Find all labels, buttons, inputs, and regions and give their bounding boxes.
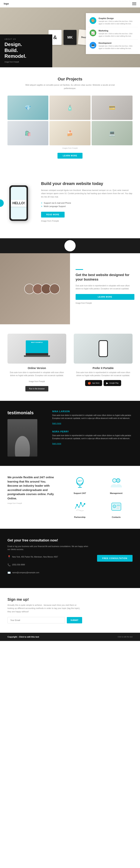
info-image-credit: Image from Freepik xyxy=(7,502,56,504)
contact-info: 📍 New York, 455 Parker Rd. Allentown, Ne… xyxy=(7,555,90,575)
white-circle-accent xyxy=(64,240,76,251)
nina-learn-more[interactable]: learn more xyxy=(52,422,61,424)
project-item-6[interactable]: 💻 xyxy=(92,121,133,145)
info-card-contacts: Contacts xyxy=(100,499,133,519)
development-icon: 💻 xyxy=(90,42,96,49)
project-item-4[interactable]: 🛍️ xyxy=(7,121,48,145)
portable-title: Prefer it Portable xyxy=(74,367,133,370)
svg-point-10 xyxy=(84,503,85,505)
run-in-browser-button[interactable]: Run in the browser xyxy=(25,386,48,392)
best-title: Get the best website designed for your b… xyxy=(76,273,134,282)
dream-title: Build your dream website today xyxy=(41,181,133,186)
management-svg xyxy=(109,475,124,490)
management-illustration xyxy=(109,475,124,490)
development-desc: Sample text. Click to select the text bo… xyxy=(99,45,136,50)
best-learn-more-button[interactable]: LEARN MORE xyxy=(76,294,134,300)
support-illustration: 24/7 xyxy=(72,475,88,490)
cta-title: Get your free consultation now! xyxy=(7,538,90,543)
testimonials-title: testimonials xyxy=(7,410,45,415)
hero-section: & MK Design ABOUT US Design. Build. Remo… xyxy=(0,7,140,67)
marketing-icon: 📈 xyxy=(90,30,96,36)
graphic-design-icon: 🎨 xyxy=(90,17,96,24)
graphic-design-title: Graphic Design xyxy=(99,17,136,20)
development-title: Development xyxy=(99,42,136,44)
service-item-marketing: 📈 Marketing Sample text. Click to select… xyxy=(88,27,138,40)
store-buttons: 🍎 App Store ▶ Google Play xyxy=(74,380,133,386)
online-version-description: Duis aute irure dolor in reprehenderit i… xyxy=(7,371,66,377)
info-section: We provide flexible and 24/7 online lear… xyxy=(0,466,140,529)
phone-screen: HELLO! xyxy=(11,187,27,219)
online-image-credit: Image from Freepik xyxy=(7,380,66,383)
testimonial-face xyxy=(7,419,37,457)
testimonial-nora: NORA PERRY Duis aute irure dolor in repr… xyxy=(52,430,133,445)
project-item-2[interactable]: 🧴 xyxy=(49,96,90,120)
project-item-1[interactable]: 💎 xyxy=(7,96,48,120)
contact-phone: 📞 (555) 556-9999 xyxy=(7,563,90,567)
app-store-button[interactable]: 🍎 App Store xyxy=(85,380,102,386)
android-icon: ▶ xyxy=(106,381,108,384)
nora-name: NORA PERRY xyxy=(52,430,133,433)
best-content: Get the best website designed for your b… xyxy=(70,253,140,324)
team-people xyxy=(24,284,60,294)
info-card-management: Management xyxy=(100,475,133,495)
laptop-image: BEST EXAMPLE xyxy=(7,334,66,364)
best-description: Duis aute irure dolor in reprehenderit i… xyxy=(76,284,134,290)
nina-name: NINA LARSON xyxy=(52,410,133,413)
phone-mockup: HELLO! xyxy=(9,185,28,221)
google-play-label: Google Play xyxy=(109,382,118,384)
info-cards: 24/7 Support 24/7 Management xyxy=(64,475,133,519)
teal-accent-circle xyxy=(0,199,4,207)
dream-phone-area: HELLO! xyxy=(0,185,37,221)
signup-description: Actually this is quite simple to achieve… xyxy=(7,603,82,614)
online-version-card: BEST EXAMPLE Online Version Duis aute ir… xyxy=(7,334,66,392)
graphic-design-desc: Sample text. Click to select the text bo… xyxy=(99,20,136,25)
online-version-title: Online Version xyxy=(7,367,66,370)
best-website-section: Get the best website designed for your b… xyxy=(0,253,140,324)
google-play-button[interactable]: ▶ Google Play xyxy=(104,380,121,386)
cta-content: Get your free consultation now! Email or… xyxy=(7,538,90,579)
features-section: BEST EXAMPLE Online Version Duis aute ir… xyxy=(0,324,140,401)
contact-email: ✉️ name@company@example.com xyxy=(7,570,90,575)
person-4 xyxy=(49,284,60,294)
face-illustration xyxy=(15,436,30,457)
nora-learn-more[interactable]: learn more xyxy=(52,442,61,444)
project-item-5[interactable]: 🍰 xyxy=(49,121,90,145)
signup-email-input[interactable] xyxy=(7,617,65,623)
testimonials-section: testimonials NINA LARSON Duis aute irure… xyxy=(0,401,140,466)
dream-features: Support via E-mail and Phone Multi-Langu… xyxy=(41,201,133,208)
footer-brand: Copyright - Click to edit this text xyxy=(7,636,39,638)
projects-subtitle: Weil aliquet sagittis ut convallis purus… xyxy=(23,84,117,90)
contacts-illustration xyxy=(109,499,124,514)
info-title: We provide flexible and 24/7 online lear… xyxy=(7,475,56,500)
hamburger-menu[interactable] xyxy=(132,2,136,5)
project-item-3[interactable]: 💳 xyxy=(92,96,133,120)
projects-learn-more-button[interactable]: LEARN MORE xyxy=(58,153,82,159)
dream-read-more-button[interactable]: READ MORE xyxy=(41,212,65,218)
signup-section: Sign me up! Actually this is quite simpl… xyxy=(0,588,140,633)
free-consultation-button[interactable]: FREE CONSULTATION xyxy=(97,555,133,562)
project-visual-4: 🛍️ xyxy=(25,130,31,136)
hamburger-line-2 xyxy=(132,4,136,4)
address-text: New York, 455 Parker Rd. Allentown, New … xyxy=(12,556,58,558)
marketing-title: Marketing xyxy=(99,30,136,32)
location-icon: 📍 xyxy=(7,555,11,559)
app-store-label: App Store xyxy=(92,382,100,384)
service-item-graphic: 🎨 Graphic Design Sample text. Click to s… xyxy=(88,15,138,27)
email-icon: ✉️ xyxy=(7,570,11,575)
development-content: Development Sample text. Click to select… xyxy=(99,42,136,50)
teal-accent-bar xyxy=(76,269,83,270)
graphic-design-content: Graphic Design Sample text. Click to sel… xyxy=(99,17,136,25)
dark-divider xyxy=(0,238,140,253)
svg-point-12 xyxy=(113,505,116,508)
projects-grid: 💎 🧴 💳 🛍️ 🍰 💻 xyxy=(7,96,133,145)
service-item-development: 💻 Development Sample text. Click to sele… xyxy=(88,40,138,52)
management-title: Management xyxy=(100,492,133,494)
laptop-content: BEST EXAMPLE xyxy=(26,340,48,344)
signup-submit-button[interactable]: SUBMIT xyxy=(67,617,82,623)
project-visual-3: 💳 xyxy=(109,105,115,111)
svg-point-9 xyxy=(80,502,81,504)
portable-phone-image xyxy=(74,334,133,364)
portable-phone-mockup xyxy=(99,340,108,357)
signup-title: Sign me up! xyxy=(7,597,133,602)
testimonial-nina: NINA LARSON Duis aute irure dolor in rep… xyxy=(52,410,133,425)
